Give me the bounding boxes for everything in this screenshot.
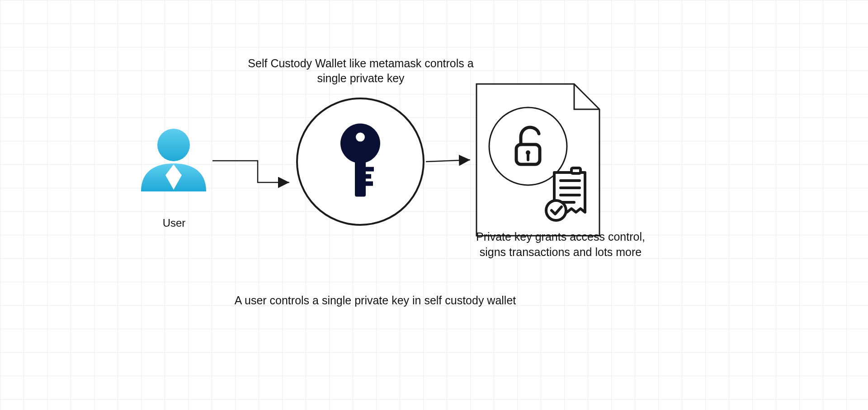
arrow-wallet-to-document (0, 0, 868, 410)
